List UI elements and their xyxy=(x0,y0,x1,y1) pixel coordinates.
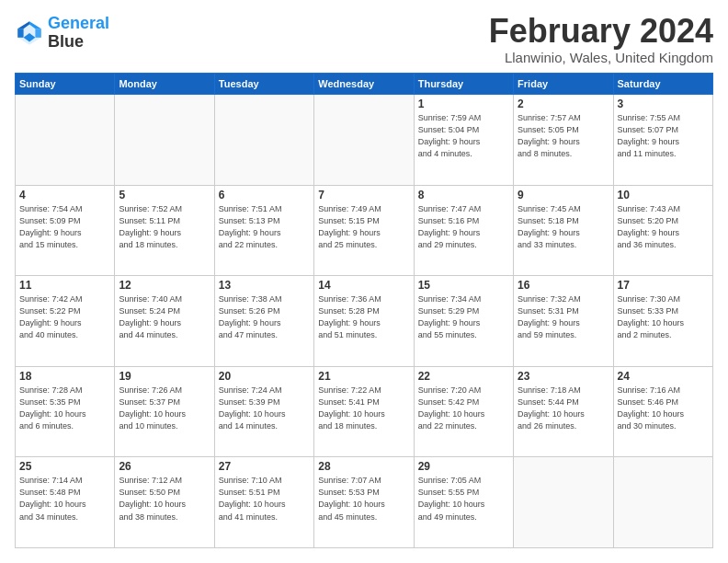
location: Llanwinio, Wales, United Kingdom xyxy=(489,50,713,65)
calendar-cell: 15Sunrise: 7:34 AM Sunset: 5:29 PM Dayli… xyxy=(414,276,513,367)
logo: General Blue xyxy=(15,15,109,52)
day-info: Sunrise: 7:54 AM Sunset: 5:09 PM Dayligh… xyxy=(19,203,110,251)
calendar-cell: 8Sunrise: 7:47 AM Sunset: 5:16 PM Daylig… xyxy=(414,185,513,276)
calendar-cell: 28Sunrise: 7:07 AM Sunset: 5:53 PM Dayli… xyxy=(314,457,414,548)
day-info: Sunrise: 7:42 AM Sunset: 5:22 PM Dayligh… xyxy=(19,293,110,341)
calendar-cell: 11Sunrise: 7:42 AM Sunset: 5:22 PM Dayli… xyxy=(16,276,115,367)
calendar-cell: 9Sunrise: 7:45 AM Sunset: 5:18 PM Daylig… xyxy=(514,185,613,276)
calendar-cell: 7Sunrise: 7:49 AM Sunset: 5:15 PM Daylig… xyxy=(314,185,414,276)
day-info: Sunrise: 7:34 AM Sunset: 5:29 PM Dayligh… xyxy=(418,293,509,341)
calendar-cell: 17Sunrise: 7:30 AM Sunset: 5:33 PM Dayli… xyxy=(613,276,712,367)
day-info: Sunrise: 7:40 AM Sunset: 5:24 PM Dayligh… xyxy=(119,293,210,341)
calendar-cell: 27Sunrise: 7:10 AM Sunset: 5:51 PM Dayli… xyxy=(214,457,313,548)
day-number: 14 xyxy=(318,279,409,292)
calendar-week-1: 1Sunrise: 7:59 AM Sunset: 5:04 PM Daylig… xyxy=(16,95,713,186)
day-number: 25 xyxy=(19,460,110,473)
page: General Blue February 2024 Llanwinio, Wa… xyxy=(0,0,728,563)
calendar-cell: 24Sunrise: 7:16 AM Sunset: 5:46 PM Dayli… xyxy=(613,366,712,457)
day-number: 7 xyxy=(318,189,409,201)
day-number: 28 xyxy=(318,460,409,473)
calendar-cell xyxy=(115,95,214,186)
day-info: Sunrise: 7:38 AM Sunset: 5:26 PM Dayligh… xyxy=(219,293,310,341)
day-number: 8 xyxy=(418,189,509,201)
day-number: 3 xyxy=(618,98,709,110)
day-info: Sunrise: 7:55 AM Sunset: 5:07 PM Dayligh… xyxy=(618,112,709,160)
day-info: Sunrise: 7:36 AM Sunset: 5:28 PM Dayligh… xyxy=(318,293,409,341)
day-number: 13 xyxy=(219,279,310,292)
day-number: 4 xyxy=(19,189,110,201)
calendar-cell: 10Sunrise: 7:43 AM Sunset: 5:20 PM Dayli… xyxy=(613,185,712,276)
day-number: 11 xyxy=(19,279,110,292)
day-info: Sunrise: 7:20 AM Sunset: 5:42 PM Dayligh… xyxy=(418,385,509,432)
calendar-week-5: 25Sunrise: 7:14 AM Sunset: 5:48 PM Dayli… xyxy=(16,457,713,548)
day-info: Sunrise: 7:07 AM Sunset: 5:53 PM Dayligh… xyxy=(318,475,409,523)
calendar-week-3: 11Sunrise: 7:42 AM Sunset: 5:22 PM Dayli… xyxy=(16,276,713,367)
calendar-cell: 3Sunrise: 7:55 AM Sunset: 5:07 PM Daylig… xyxy=(613,95,712,186)
day-number: 21 xyxy=(318,370,409,383)
calendar-cell: 29Sunrise: 7:05 AM Sunset: 5:55 PM Dayli… xyxy=(414,457,513,548)
day-info: Sunrise: 7:52 AM Sunset: 5:11 PM Dayligh… xyxy=(119,203,210,251)
header-row: Sunday Monday Tuesday Wednesday Thursday… xyxy=(16,74,713,95)
calendar-cell xyxy=(16,95,115,186)
calendar-cell: 18Sunrise: 7:28 AM Sunset: 5:35 PM Dayli… xyxy=(16,366,115,457)
calendar-cell: 14Sunrise: 7:36 AM Sunset: 5:28 PM Dayli… xyxy=(314,276,414,367)
calendar-cell: 22Sunrise: 7:20 AM Sunset: 5:42 PM Dayli… xyxy=(414,366,513,457)
day-info: Sunrise: 7:24 AM Sunset: 5:39 PM Dayligh… xyxy=(219,385,310,432)
day-number: 17 xyxy=(618,279,709,292)
day-number: 15 xyxy=(418,279,509,292)
day-number: 1 xyxy=(418,98,509,110)
calendar-cell: 1Sunrise: 7:59 AM Sunset: 5:04 PM Daylig… xyxy=(414,95,513,186)
svg-marker-4 xyxy=(35,29,40,38)
day-number: 20 xyxy=(219,370,310,383)
day-info: Sunrise: 7:12 AM Sunset: 5:50 PM Dayligh… xyxy=(119,475,210,523)
day-info: Sunrise: 7:10 AM Sunset: 5:51 PM Dayligh… xyxy=(219,475,310,523)
col-friday: Friday xyxy=(514,74,613,95)
day-info: Sunrise: 7:14 AM Sunset: 5:48 PM Dayligh… xyxy=(19,475,110,523)
calendar-cell xyxy=(613,457,712,548)
day-info: Sunrise: 7:59 AM Sunset: 5:04 PM Dayligh… xyxy=(418,112,509,160)
day-number: 24 xyxy=(618,370,709,383)
calendar-cell xyxy=(514,457,613,548)
day-number: 23 xyxy=(518,370,609,383)
day-number: 27 xyxy=(219,460,310,473)
calendar-cell: 23Sunrise: 7:18 AM Sunset: 5:44 PM Dayli… xyxy=(514,366,613,457)
day-number: 16 xyxy=(518,279,609,292)
calendar-cell: 13Sunrise: 7:38 AM Sunset: 5:26 PM Dayli… xyxy=(214,276,313,367)
calendar-week-2: 4Sunrise: 7:54 AM Sunset: 5:09 PM Daylig… xyxy=(16,185,713,276)
day-number: 29 xyxy=(418,460,509,473)
day-number: 22 xyxy=(418,370,509,383)
col-sunday: Sunday xyxy=(16,74,115,95)
day-info: Sunrise: 7:57 AM Sunset: 5:05 PM Dayligh… xyxy=(518,112,609,160)
day-info: Sunrise: 7:16 AM Sunset: 5:46 PM Dayligh… xyxy=(618,385,709,432)
day-info: Sunrise: 7:18 AM Sunset: 5:44 PM Dayligh… xyxy=(518,385,609,432)
col-tuesday: Tuesday xyxy=(214,74,313,95)
day-info: Sunrise: 7:22 AM Sunset: 5:41 PM Dayligh… xyxy=(318,385,409,432)
day-info: Sunrise: 7:45 AM Sunset: 5:18 PM Dayligh… xyxy=(518,203,609,251)
header: General Blue February 2024 Llanwinio, Wa… xyxy=(15,15,713,65)
day-number: 5 xyxy=(119,189,210,201)
day-number: 19 xyxy=(119,370,210,383)
calendar-cell: 5Sunrise: 7:52 AM Sunset: 5:11 PM Daylig… xyxy=(115,185,214,276)
calendar-cell xyxy=(314,95,414,186)
day-number: 12 xyxy=(119,279,210,292)
calendar-cell: 16Sunrise: 7:32 AM Sunset: 5:31 PM Dayli… xyxy=(514,276,613,367)
day-number: 10 xyxy=(618,189,709,201)
logo-icon xyxy=(15,18,44,48)
calendar-table: Sunday Monday Tuesday Wednesday Thursday… xyxy=(15,73,713,548)
col-thursday: Thursday xyxy=(414,74,513,95)
day-number: 6 xyxy=(219,189,310,201)
calendar-cell: 19Sunrise: 7:26 AM Sunset: 5:37 PM Dayli… xyxy=(115,366,214,457)
calendar-cell: 21Sunrise: 7:22 AM Sunset: 5:41 PM Dayli… xyxy=(314,366,414,457)
col-wednesday: Wednesday xyxy=(314,74,414,95)
day-info: Sunrise: 7:30 AM Sunset: 5:33 PM Dayligh… xyxy=(618,293,709,341)
title-section: February 2024 Llanwinio, Wales, United K… xyxy=(489,15,713,65)
day-info: Sunrise: 7:49 AM Sunset: 5:15 PM Dayligh… xyxy=(318,203,409,251)
day-number: 26 xyxy=(119,460,210,473)
col-monday: Monday xyxy=(115,74,214,95)
calendar-cell: 25Sunrise: 7:14 AM Sunset: 5:48 PM Dayli… xyxy=(16,457,115,548)
day-number: 9 xyxy=(518,189,609,201)
day-info: Sunrise: 7:26 AM Sunset: 5:37 PM Dayligh… xyxy=(119,385,210,432)
col-saturday: Saturday xyxy=(613,74,712,95)
day-info: Sunrise: 7:28 AM Sunset: 5:35 PM Dayligh… xyxy=(19,385,110,432)
day-info: Sunrise: 7:47 AM Sunset: 5:16 PM Dayligh… xyxy=(418,203,509,251)
